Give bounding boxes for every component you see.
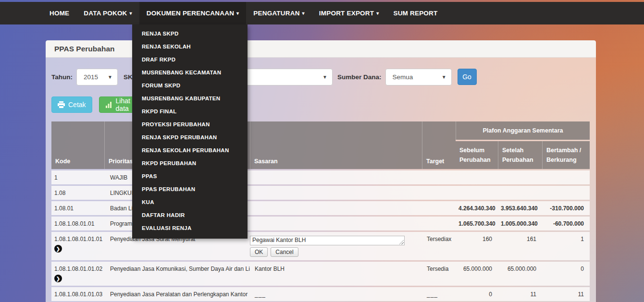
menu-item-ppas[interactable]: PPAS — [132, 169, 248, 182]
select-caret-icon: ▼ — [322, 74, 327, 80]
nav-label: PENGATURAN — [253, 10, 299, 17]
sumber-dana-label: Sumber Dana: — [337, 73, 382, 81]
printer-icon — [58, 101, 65, 108]
panel-body: Tahun: 2015 ▼ SKPD: ▼ Sumber Dana: Semua… — [46, 58, 596, 302]
nav-item-home[interactable]: HOME — [42, 2, 76, 24]
menu-item-evaluasi-renja[interactable]: EVALUASI RENJA — [132, 221, 248, 234]
cell-sebelum: 0 — [456, 287, 498, 301]
menu-item-forum-skpd[interactable]: FORUM SKPD — [132, 79, 248, 92]
cetak-button[interactable]: Cetak — [51, 97, 92, 113]
menu-item-renja-sekolah-perubahan[interactable]: RENJA SEKOLAH PERUBAHAN — [132, 144, 248, 157]
select-caret-icon: ▼ — [442, 74, 446, 80]
cell-bertambah: -60.700.000 — [542, 217, 590, 230]
cell-target[interactable]: Tersedia — [422, 262, 456, 286]
resize-grip-icon[interactable] — [399, 240, 404, 244]
cell-setelah: 65.000.000 — [498, 262, 542, 286]
cell-bertambah: 0 — [542, 262, 590, 286]
menu-item-musrenbang-kabupaten[interactable]: MUSRENBANG KABUPATEN — [132, 92, 248, 105]
menu-item-daftar-hadir[interactable]: DAFTAR HADIR — [132, 208, 248, 221]
chevron-circle-right-icon[interactable]: ❯ — [54, 275, 62, 282]
cell-target — [422, 217, 456, 230]
cell-sebelum: 1.065.700.340 — [456, 217, 498, 230]
cell-sasaran — [250, 186, 422, 200]
cell-sasaran — [250, 201, 422, 215]
sumber-dana-select-value: Semua — [393, 73, 413, 81]
sasaran-edit-textarea[interactable]: Pegawai Kantor BLH — [250, 236, 405, 245]
cell-target[interactable]: ___ — [422, 287, 456, 301]
tahun-select[interactable]: 2015 ▼ — [76, 69, 118, 85]
cetak-label: Cetak — [68, 101, 86, 109]
nav-list: HOME DATA POKOK▾ DOKUMEN PERENCANAAN▾ PE… — [0, 2, 644, 24]
cell-bertambah: 11 — [542, 287, 590, 301]
cell-target — [422, 186, 456, 200]
nav-label: HOME — [50, 10, 69, 17]
cell-sasaran[interactable]: Kantor BLH — [250, 262, 422, 286]
menu-item-ppas-perubahan[interactable]: PPAS PERUBAHAN — [132, 182, 248, 195]
chevron-circle-right-icon[interactable]: ❯ — [54, 245, 62, 253]
cell-kode: 1.08.1.08.01.01.02 ❯ — [51, 262, 104, 286]
menu-item-renja-sekolah[interactable]: RENJA SEKOLAH — [132, 40, 248, 53]
col-header-kode: Kode — [51, 121, 104, 169]
menu-item-musrenbang-kecamatan[interactable]: MUSRENBANG KECAMATAN — [132, 66, 248, 79]
nav-item-pengaturan[interactable]: PENGATURAN▾ — [246, 2, 311, 24]
nav-label: IMPORT EXPORT — [319, 10, 374, 17]
cancel-button[interactable]: Cancel — [271, 247, 298, 257]
caret-down-icon: ▾ — [302, 11, 305, 16]
cell-sasaran — [250, 170, 422, 184]
stats-icon — [105, 101, 112, 108]
panel-header: PPAS Perubahan — [46, 40, 596, 58]
cell-kode: 1.08.01 — [51, 201, 104, 215]
col-header-setelah: Setelah Perubahan — [498, 141, 542, 169]
kode-text: 1.08.1.08.01.01.01 — [54, 236, 102, 242]
table-row: 1.08.1.08.01.01.03 Penyediaan Jasa Peral… — [51, 287, 590, 301]
cell-prioritas: Penyediaan Jasa Peralatan dan Perlengkap… — [104, 287, 250, 301]
cell-sebelum: 65.000.000 — [456, 262, 498, 286]
select-caret-icon: ▼ — [108, 74, 112, 80]
cell-bertambah — [542, 170, 590, 184]
cell-setelah: 11 — [498, 287, 542, 301]
cell-kode: 1.08.1.08.01.01 — [51, 217, 104, 230]
menu-item-proyeksi-perubahan[interactable]: PROYEKSI PERUBAHAN — [132, 118, 248, 131]
sumber-dana-select[interactable]: Semua ▼ — [385, 69, 452, 85]
cell-setelah — [498, 170, 542, 184]
cell-sebelum: 160 — [456, 232, 498, 260]
menu-item-rkpd-perubahan[interactable]: RKPD PERUBAHAN — [132, 157, 248, 169]
nav-label: SUM REPORT — [393, 10, 437, 17]
cell-kode: 1.08.1.08.01.01.01 ❯ — [51, 232, 104, 260]
menu-item-draf-rkpd[interactable]: DRAF RKPD — [132, 53, 248, 66]
page-title: PPAS Perubahan — [46, 40, 596, 58]
menu-item-rkpd-final[interactable]: RKPD FINAL — [132, 105, 248, 118]
nav-item-dokumen-perencanaan[interactable]: DOKUMEN PERENCANAAN▾ — [139, 2, 247, 24]
tahun-select-value: 2015 — [84, 73, 98, 81]
caret-down-icon: ▾ — [236, 11, 239, 16]
cell-sasaran[interactable]: ___ — [250, 287, 422, 301]
col-header-plafon-group: Plafon Anggaran Sementara — [456, 121, 590, 140]
ok-button[interactable]: OK — [250, 247, 268, 257]
menu-item-kua[interactable]: KUA — [132, 195, 248, 208]
menu-item-renja-skpd-perubahan[interactable]: RENJA SKPD PERUBAHAN — [132, 131, 248, 144]
cell-setelah: 161 — [498, 232, 542, 260]
table-row: 1.08.1.08.01.01.02 ❯ Penyediaan Jasa Kom… — [51, 262, 590, 286]
caret-down-icon: ▾ — [130, 11, 132, 16]
cell-sebelum — [456, 170, 498, 184]
content-panel: PPAS Perubahan Tahun: 2015 ▼ SKPD: ▼ Sum… — [46, 40, 596, 302]
col-header-target: Target — [422, 121, 456, 169]
cell-sasaran — [250, 217, 422, 230]
go-button[interactable]: Go — [458, 69, 477, 85]
nav-label: DATA POKOK — [84, 10, 127, 17]
cell-setelah: 3.953.640.340 — [498, 201, 542, 215]
caret-down-icon: ▾ — [376, 11, 379, 16]
cell-bertambah: 1 — [542, 232, 590, 260]
nav-item-import-export[interactable]: IMPORT EXPORT▾ — [312, 2, 386, 24]
nav-item-data-pokok[interactable]: DATA POKOK▾ — [76, 2, 139, 24]
cell-target — [422, 201, 456, 215]
cell-kode: 1.08.1.08.01.01.03 — [51, 287, 104, 301]
cell-target — [422, 170, 456, 184]
nav-item-sum-report[interactable]: SUM REPORT — [386, 2, 445, 24]
cell-sebelum — [456, 186, 498, 200]
cell-sasaran-editor: Pegawai Kantor BLH OK Cancel — [250, 232, 422, 260]
menu-item-renja-skpd[interactable]: RENJA SKPD — [132, 27, 248, 40]
nav-label: DOKUMEN PERENCANAAN — [147, 10, 234, 17]
cell-target: Tersediax — [422, 232, 456, 260]
kode-text: 1.08.1.08.01.01.02 — [54, 266, 102, 272]
